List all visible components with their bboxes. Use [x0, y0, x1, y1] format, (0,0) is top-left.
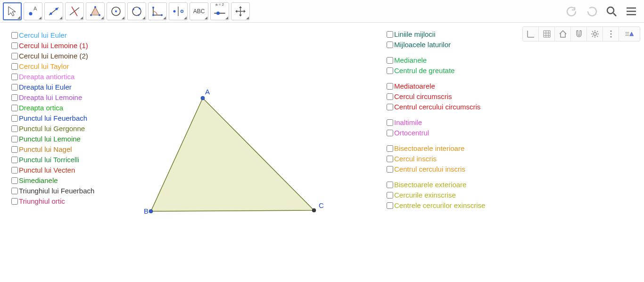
left-option[interactable]: Punctul lui Feuerbach — [11, 113, 94, 123]
move-view-tool[interactable] — [231, 2, 250, 20]
right-option[interactable]: Centrele cercurilor exinscrise — [387, 200, 485, 210]
left-option[interactable]: Dreapta lui Euler — [11, 82, 94, 92]
right-option[interactable]: Centrul cercului circumscris — [387, 102, 485, 112]
checkbox[interactable] — [11, 74, 18, 80]
right-option[interactable]: Bisectoarele interioare — [387, 143, 485, 153]
checkbox[interactable] — [11, 53, 18, 59]
svg-point-14 — [132, 8, 134, 10]
left-option[interactable]: Cercul lui Taylor — [11, 61, 94, 71]
settings-button[interactable] — [587, 27, 603, 41]
line-icon — [47, 5, 60, 18]
checkbox[interactable] — [11, 167, 18, 174]
checkbox[interactable] — [11, 115, 18, 122]
checkbox[interactable] — [387, 145, 393, 152]
right-option[interactable]: Centrul de greutate — [387, 66, 485, 75]
checkbox[interactable] — [11, 105, 18, 111]
perpendicular-tool[interactable] — [65, 2, 84, 20]
left-option[interactable]: Cercul lui Lemoine (2) — [11, 51, 94, 61]
right-option[interactable]: Inaltimile — [387, 117, 485, 127]
more-button[interactable] — [603, 27, 619, 41]
right-option[interactable]: Liniile mijlocii — [387, 29, 485, 39]
left-option[interactable]: Punctul lui Vecten — [11, 165, 94, 175]
checkbox[interactable] — [11, 198, 18, 205]
move-tool[interactable] — [3, 2, 22, 20]
left-option[interactable]: Punctul lui Torricelli — [11, 155, 94, 165]
checkbox[interactable] — [387, 130, 393, 136]
left-option[interactable]: Cercul lui Lemoine (1) — [11, 41, 94, 50]
right-option[interactable]: Centrul cercului inscris — [387, 164, 485, 174]
svg-point-36 — [610, 33, 611, 34]
option-label: Triunghiul lui Feuerbach — [19, 186, 94, 196]
left-option[interactable]: Dreapta ortica — [11, 103, 94, 113]
svg-marker-41 — [630, 32, 634, 36]
left-option[interactable]: Punctul lui Lemoine — [11, 134, 94, 144]
left-option[interactable]: Punctul lui Gergonne — [11, 124, 94, 133]
option-label: Cercurile exinscrise — [394, 190, 456, 200]
left-option[interactable]: Simedianele — [11, 175, 94, 185]
vertex-C[interactable] — [312, 208, 316, 212]
search-button[interactable] — [603, 2, 620, 20]
conic-tool[interactable] — [127, 2, 146, 20]
checkbox[interactable] — [11, 157, 18, 163]
left-option[interactable]: Cercul lui Euler — [11, 30, 94, 40]
checkbox[interactable] — [387, 182, 393, 188]
checkbox[interactable] — [387, 192, 393, 199]
checkbox[interactable] — [11, 84, 18, 91]
checkbox[interactable] — [11, 136, 18, 142]
right-option[interactable]: Bisectoarele exterioare — [387, 180, 485, 190]
grid-toggle[interactable] — [539, 27, 555, 41]
slider-tool[interactable]: a = 2 — [210, 2, 229, 20]
right-option[interactable]: Medianele — [387, 55, 485, 65]
right-option[interactable]: Cercurile exinscrise — [387, 190, 485, 200]
point-tool[interactable]: A — [24, 2, 42, 20]
checkbox[interactable] — [387, 93, 393, 100]
checkbox[interactable] — [387, 31, 393, 38]
polygon-tool[interactable] — [86, 2, 105, 20]
checkbox[interactable] — [387, 104, 393, 110]
line-tool[interactable] — [44, 2, 63, 20]
checkbox[interactable] — [11, 63, 18, 70]
checkbox[interactable] — [387, 202, 393, 209]
checkbox[interactable] — [11, 42, 18, 49]
right-option[interactable]: Cercul inscris — [387, 154, 485, 164]
checkbox[interactable] — [11, 94, 18, 101]
reflect-tool[interactable] — [169, 2, 188, 20]
left-option[interactable]: Dreapta lui Lemoine — [11, 92, 94, 102]
home-button[interactable] — [555, 27, 571, 41]
text-tool[interactable]: ABC — [190, 2, 208, 20]
checkbox[interactable] — [387, 57, 393, 64]
checkbox[interactable] — [11, 177, 18, 184]
snap-toggle[interactable] — [571, 27, 587, 41]
undo-button[interactable] — [563, 2, 581, 20]
right-option[interactable]: Cercul circumscris — [387, 91, 485, 101]
right-option[interactable]: Mijloacele laturilor — [387, 40, 485, 50]
checkbox[interactable] — [387, 83, 393, 90]
checkbox[interactable] — [11, 32, 18, 39]
left-option[interactable]: Triunghiul lui Feuerbach — [11, 186, 94, 196]
option-label: Cercul inscris — [394, 154, 437, 164]
checkbox[interactable] — [11, 125, 18, 132]
checkbox[interactable] — [387, 67, 393, 74]
left-option[interactable]: Triunghiul ortic — [11, 196, 94, 206]
right-option[interactable]: Ortocentrul — [387, 128, 485, 138]
circle-tool[interactable] — [107, 2, 125, 20]
axes-toggle[interactable] — [523, 27, 539, 41]
checkbox[interactable] — [387, 166, 393, 173]
vertex-A[interactable] — [201, 96, 205, 100]
checkbox[interactable] — [11, 188, 18, 194]
redo-button[interactable] — [583, 2, 601, 20]
left-option[interactable]: Dreapta antiortica — [11, 72, 94, 82]
left-option[interactable]: Punctul lui Nagel — [11, 144, 94, 154]
right-option[interactable]: Mediatoarele — [387, 81, 485, 91]
checkbox[interactable] — [11, 146, 18, 153]
angle-tool[interactable] — [148, 2, 167, 20]
option-label: Punctul lui Lemoine — [19, 134, 81, 144]
graphics-canvas[interactable]: Cercul lui EulerCercul lui Lemoine (1)Ce… — [0, 23, 644, 282]
style-bar-button[interactable] — [619, 27, 640, 41]
menu-button[interactable] — [622, 2, 640, 20]
checkbox[interactable] — [387, 156, 393, 162]
vertex-B[interactable] — [149, 209, 153, 213]
checkbox[interactable] — [387, 119, 393, 126]
option-label: Punctul lui Nagel — [19, 144, 72, 154]
checkbox[interactable] — [387, 41, 393, 48]
